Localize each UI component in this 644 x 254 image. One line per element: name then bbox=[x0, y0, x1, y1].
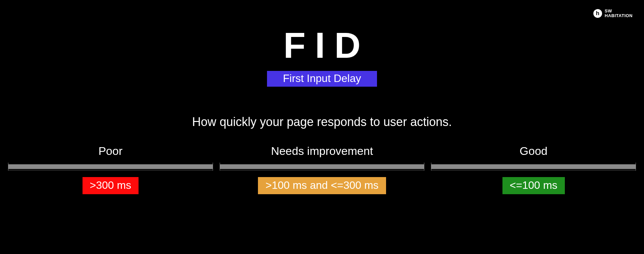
bucket-good-bar-underline bbox=[431, 170, 636, 170]
brand-logo-line1: SW bbox=[605, 9, 633, 13]
bucket-needs-label: Needs improvement bbox=[271, 144, 373, 158]
bucket-needs-value-badge: >100 ms and <=300 ms bbox=[258, 177, 386, 194]
brand-logo-mark-letter: h bbox=[596, 10, 599, 16]
bucket-needs-bar bbox=[220, 164, 425, 169]
bucket-good-label: Good bbox=[520, 144, 547, 158]
bucket-poor-bar-underline bbox=[8, 170, 213, 170]
brand-logo: h SW HABITATION bbox=[593, 9, 633, 18]
bucket-good-bar bbox=[431, 164, 636, 169]
headline-block: FID First Input Delay How quickly your p… bbox=[0, 24, 644, 129]
brand-logo-mark-icon: h bbox=[593, 9, 602, 18]
slide-canvas: h SW HABITATION FID First Input Delay Ho… bbox=[0, 0, 644, 254]
bucket-poor-label: Poor bbox=[98, 144, 122, 158]
bucket-good: Good <=100 ms bbox=[431, 144, 636, 194]
brand-logo-text: SW HABITATION bbox=[605, 9, 633, 18]
metric-acronym: FID bbox=[274, 24, 370, 66]
metric-tagline: How quickly your page responds to user a… bbox=[0, 115, 644, 129]
bucket-needs-bar-underline bbox=[220, 170, 425, 170]
bucket-good-value-badge: <=100 ms bbox=[502, 177, 565, 194]
bucket-poor: Poor >300 ms bbox=[8, 144, 213, 194]
metric-subtitle-badge: First Input Delay bbox=[267, 71, 377, 87]
bucket-needs-improvement: Needs improvement >100 ms and <=300 ms bbox=[220, 144, 425, 194]
brand-logo-line2: HABITATION bbox=[605, 13, 633, 18]
bucket-poor-bar bbox=[8, 164, 213, 169]
threshold-buckets: Poor >300 ms Needs improvement >100 ms a… bbox=[0, 144, 644, 194]
bucket-poor-value-badge: >300 ms bbox=[83, 177, 139, 194]
